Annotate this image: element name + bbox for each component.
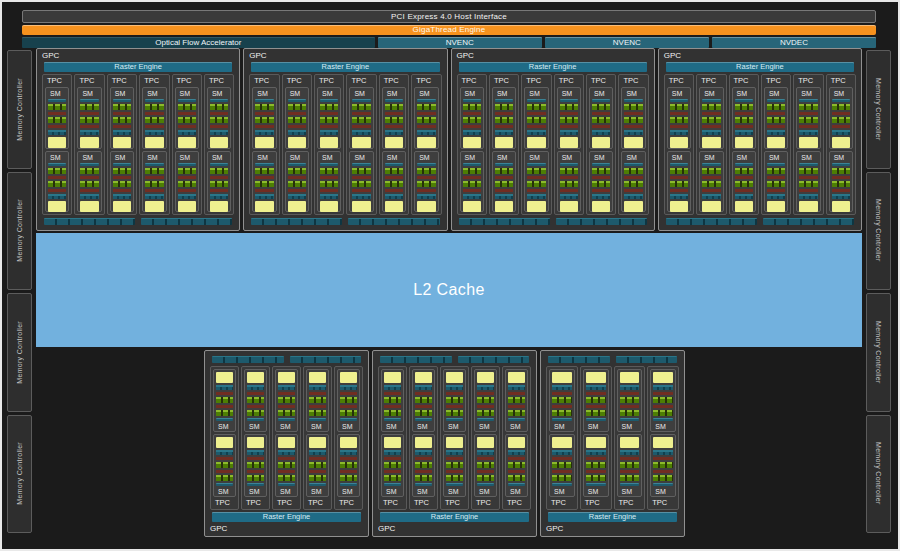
- sm-special-unit-yellow: [735, 201, 753, 212]
- sm-divider-red: [653, 470, 673, 473]
- sm-cache-bar-teal-dashed: [113, 194, 131, 199]
- sm-special-unit-yellow: [463, 137, 481, 148]
- tpc-block: SMSMTPC: [580, 366, 612, 510]
- sm-divider-red: [255, 125, 273, 128]
- sm-core-array-green: [288, 117, 306, 123]
- sm-core-array-green: [586, 462, 606, 468]
- sm-special-unit-yellow: [80, 201, 98, 212]
- sm-divider-red: [309, 405, 326, 408]
- gpc-crossbar-segmented: [763, 218, 854, 225]
- sm-divider-red: [735, 112, 753, 115]
- sm-block: SM: [414, 87, 438, 149]
- sm-special-unit-yellow: [477, 437, 494, 448]
- sm-core-array-green: [592, 168, 610, 174]
- sm-core-array-green: [255, 104, 273, 110]
- tpc-label: TPC: [381, 76, 407, 86]
- gpu-die-diagram: PCI Express 4.0 Host Interface GigaThrea…: [0, 0, 900, 551]
- sm-scheduler-bar-teal: [320, 99, 338, 102]
- sm-divider-red: [145, 176, 163, 179]
- sm-divider-red: [653, 405, 673, 408]
- sm-divider-red: [670, 189, 688, 192]
- sm-cache-bar-teal-dashed: [446, 385, 463, 390]
- sm-label: SM: [832, 153, 850, 162]
- sm-cache-bar-teal-dashed: [495, 130, 513, 135]
- sm-block: SM: [505, 369, 528, 432]
- tpc-block: TPCSMSM: [282, 74, 312, 215]
- sm-scheduler-bar-teal: [832, 99, 850, 102]
- sm-core-array-green: [278, 475, 295, 481]
- sm-special-unit-yellow: [832, 137, 850, 148]
- sm-label: SM: [352, 89, 370, 98]
- sm-cache-bar-teal-dashed: [145, 194, 163, 199]
- sm-core-array-green: [832, 104, 850, 110]
- gpc-block: GPCRaster EngineTPCSMSMTPCSMSMTPCSMSMTPC…: [243, 48, 447, 231]
- sm-core-array-green: [767, 104, 785, 110]
- gpc-crossbar-segmented: [458, 356, 530, 363]
- tpc-label: TPC: [828, 76, 854, 86]
- tpc-block: SMSMTPC: [272, 366, 301, 510]
- sm-special-unit-yellow: [415, 437, 432, 448]
- sm-block: SM: [381, 369, 404, 432]
- sm-special-unit-yellow: [352, 137, 370, 148]
- sm-special-unit-yellow: [495, 201, 513, 212]
- sm-core-array-green: [527, 117, 545, 123]
- sm-core-array-green: [247, 462, 264, 468]
- tpc-label: TPC: [666, 76, 692, 86]
- sm-divider-red: [477, 457, 494, 460]
- sm-core-array-green: [653, 475, 673, 481]
- sm-core-array-green: [552, 397, 572, 403]
- sm-scheduler-bar-teal: [527, 163, 545, 166]
- sm-divider-red: [620, 457, 640, 460]
- gpc-crossbar-row: [212, 356, 361, 363]
- sm-core-array-green: [446, 475, 463, 481]
- sm-core-array-green: [340, 475, 357, 481]
- sm-label: SM: [320, 89, 338, 98]
- sm-core-array-green: [80, 104, 98, 110]
- sm-divider-red: [288, 125, 306, 128]
- sm-core-array-green: [178, 117, 196, 123]
- sm-scheduler-bar-teal: [592, 163, 610, 166]
- sm-divider-red: [560, 112, 578, 115]
- sm-special-unit-yellow: [216, 437, 233, 448]
- sm-core-array-green: [670, 117, 688, 123]
- sm-divider-red: [799, 112, 817, 115]
- sm-label: SM: [495, 153, 513, 162]
- sm-core-array-green: [384, 462, 401, 468]
- sm-core-array-green: [799, 117, 817, 123]
- sm-special-unit-yellow: [178, 137, 196, 148]
- tpc-block: TPCSMSM: [586, 74, 616, 215]
- sm-block: SM: [382, 87, 406, 149]
- sm-core-array-green: [832, 181, 850, 187]
- memory-controller: Memory Controller: [866, 293, 891, 412]
- sm-core-array-green: [417, 117, 435, 123]
- sm-scheduler-bar-teal: [653, 483, 673, 486]
- sm-label: SM: [702, 153, 720, 162]
- sm-core-array-green: [80, 117, 98, 123]
- sm-divider-red: [586, 470, 606, 473]
- sm-label: SM: [80, 153, 98, 162]
- sm-cache-bar-teal-dashed: [415, 450, 432, 455]
- sm-cache-bar-teal-dashed: [477, 385, 494, 390]
- tpc-row: TPCSMSMTPCSMSMTPCSMSMTPCSMSMTPCSMSMTPCSM…: [42, 74, 234, 215]
- sm-special-unit-yellow: [586, 372, 606, 383]
- tpc-block: TPCSMSM: [793, 74, 823, 215]
- sm-core-array-green: [477, 462, 494, 468]
- tpc-row: SMSMTPCSMSMTPCSMSMTPCSMSMTPCSMSMTPC: [378, 366, 531, 510]
- sm-label: SM: [178, 89, 196, 98]
- sm-scheduler-bar-teal: [653, 418, 673, 421]
- sm-core-array-green: [735, 181, 753, 187]
- sm-scheduler-bar-teal: [113, 99, 131, 102]
- sm-divider-red: [799, 125, 817, 128]
- sm-block: SM: [549, 369, 575, 432]
- sm-core-array-green: [624, 117, 642, 123]
- tpc-block: TPCSMSM: [696, 74, 726, 215]
- sm-cache-bar-teal-dashed: [624, 130, 642, 135]
- tpc-block: TPCSMSM: [379, 74, 409, 215]
- sm-label: SM: [48, 153, 66, 162]
- sm-scheduler-bar-teal: [586, 418, 606, 421]
- sm-cache-bar-teal-dashed: [352, 130, 370, 135]
- sm-special-unit-yellow: [702, 137, 720, 148]
- sm-label: SM: [735, 89, 753, 98]
- tpc-block: SMSMTPC: [378, 366, 407, 510]
- sm-divider-red: [653, 392, 673, 395]
